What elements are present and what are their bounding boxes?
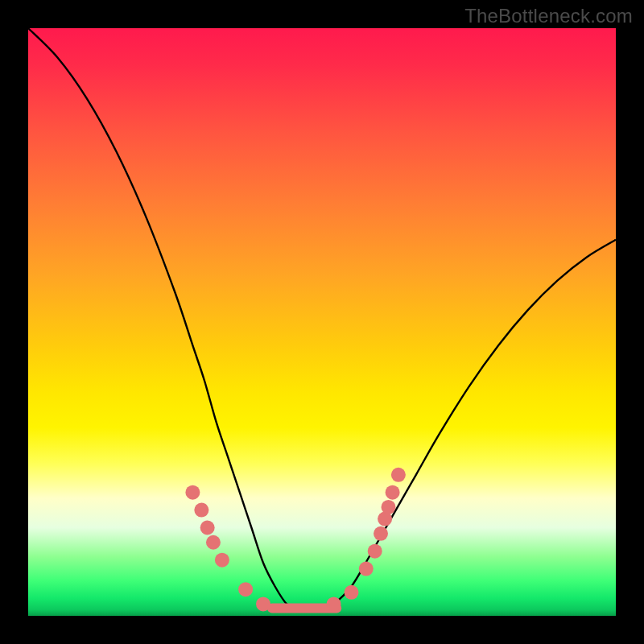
chart-frame: TheBottleneck.com: [0, 0, 644, 644]
highlight-dot: [386, 485, 400, 500]
highlight-dot: [368, 544, 382, 559]
highlight-dot: [391, 468, 406, 482]
highlight-dot: [256, 597, 270, 611]
highlight-dot: [194, 503, 208, 518]
attribution-watermark: TheBottleneck.com: [464, 5, 633, 27]
highlight-dot: [345, 585, 359, 600]
highlight-dot: [359, 562, 374, 576]
highlight-dot: [381, 500, 395, 514]
highlight-dot: [374, 526, 388, 541]
bottleneck-curve: [28, 28, 616, 610]
chart-overlay: [28, 28, 616, 616]
highlight-dot: [238, 582, 253, 597]
curve-layer: [28, 28, 616, 610]
highlight-dot: [206, 535, 221, 550]
highlight-dot: [327, 597, 341, 611]
marker-layer: [185, 468, 406, 612]
highlight-dot: [200, 521, 215, 535]
highlight-dot: [215, 553, 229, 568]
highlight-dot: [185, 485, 200, 500]
